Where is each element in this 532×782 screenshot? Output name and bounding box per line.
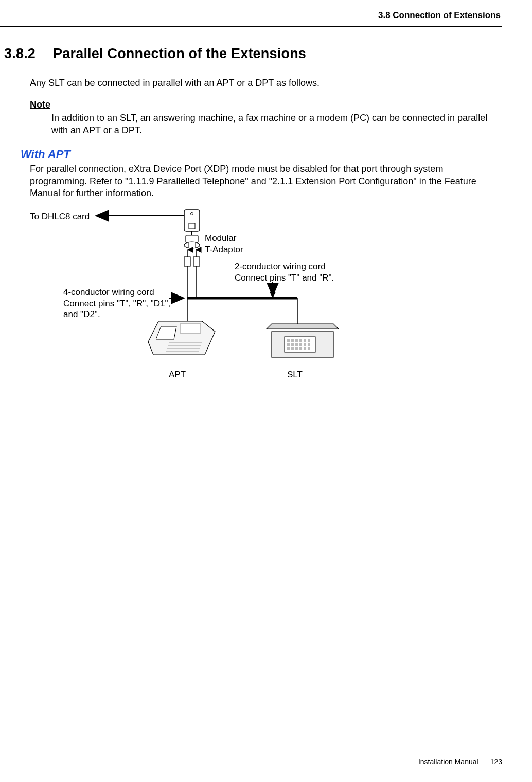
section-title: Parallel Connection of the Extensions	[53, 46, 306, 61]
svg-rect-36	[308, 343, 310, 346]
to-dhlc8-label: To DHLC8 card	[30, 211, 90, 222]
wall-jack-icon	[184, 210, 200, 231]
svg-rect-1	[184, 210, 200, 231]
svg-rect-34	[299, 343, 302, 346]
apt-label: APT	[169, 369, 186, 380]
svg-rect-31	[287, 343, 290, 346]
svg-rect-26	[291, 339, 294, 342]
svg-rect-41	[304, 347, 306, 350]
apt-phone-icon	[148, 321, 215, 355]
svg-rect-28	[299, 339, 302, 342]
section-number: 3.8.2	[4, 46, 36, 62]
plug-left-icon	[184, 257, 190, 266]
svg-rect-25	[287, 339, 290, 342]
svg-rect-42	[308, 347, 310, 350]
svg-rect-38	[291, 347, 294, 350]
t-adaptor-icon	[184, 235, 200, 248]
plug-right-icon	[193, 257, 200, 266]
footer-manual: Installation Manual	[418, 758, 478, 766]
note-body: In addition to an SLT, an answering mach…	[51, 112, 502, 136]
svg-rect-29	[304, 339, 306, 342]
header-breadcrumb: 3.8 Connection of Extensions	[0, 10, 502, 21]
two-conductor-label: 2-conductor wiring cord Connect pins "T"…	[235, 261, 334, 283]
svg-rect-35	[304, 343, 306, 346]
footer-page: 123	[490, 758, 502, 766]
svg-rect-18	[180, 324, 201, 333]
section-heading: 3.8.2Parallel Connection of the Extensio…	[4, 46, 502, 62]
svg-rect-30	[308, 339, 310, 342]
slt-phone-icon	[267, 324, 339, 357]
modular-t-adaptor-label: Modular T-Adaptor	[205, 233, 243, 255]
svg-rect-5	[186, 235, 198, 242]
header-rule	[0, 24, 502, 27]
svg-rect-27	[295, 339, 298, 342]
svg-rect-33	[295, 343, 298, 346]
slt-label: SLT	[287, 369, 303, 380]
diagram: To DHLC8 card Modular T-Adaptor 2-conduc…	[30, 205, 502, 401]
svg-point-6	[184, 242, 200, 248]
svg-rect-40	[299, 347, 302, 350]
note-label: Note	[30, 99, 502, 110]
intro-text: Any SLT can be connected in parallel wit…	[30, 77, 502, 89]
svg-rect-37	[287, 347, 290, 350]
with-apt-heading: With APT	[21, 148, 502, 161]
footer: Installation Manual123	[418, 758, 502, 767]
svg-rect-32	[291, 343, 294, 346]
four-conductor-label: 4-conductor wiring cord Connect pins "T"…	[63, 287, 170, 320]
svg-rect-39	[295, 347, 298, 350]
with-apt-body: For parallel connection, eXtra Device Po…	[30, 163, 502, 199]
